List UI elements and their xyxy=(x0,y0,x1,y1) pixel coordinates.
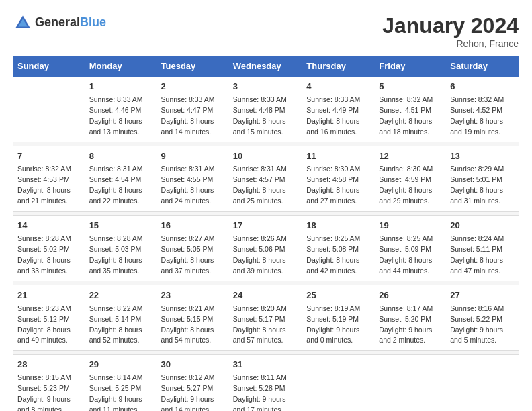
day-info: Sunrise: 8:31 AMSunset: 4:55 PMDaylight:… xyxy=(161,165,215,205)
day-number: 11 xyxy=(306,150,371,163)
day-cell: 12Sunrise: 8:30 AMSunset: 4:59 PMDayligh… xyxy=(375,146,446,212)
day-info: Sunrise: 8:31 AMSunset: 4:57 PMDaylight:… xyxy=(233,165,287,205)
day-cell xyxy=(375,355,446,411)
day-info: Sunrise: 8:33 AMSunset: 4:49 PMDaylight:… xyxy=(306,95,360,136)
day-number: 17 xyxy=(233,220,299,232)
day-number: 13 xyxy=(450,150,515,163)
day-cell: 20Sunrise: 8:24 AMSunset: 5:11 PMDayligh… xyxy=(446,216,519,281)
logo-icon xyxy=(13,13,32,32)
day-cell: 17Sunrise: 8:26 AMSunset: 5:06 PMDayligh… xyxy=(229,216,303,281)
day-number: 28 xyxy=(17,359,81,371)
week-row-5: 28Sunrise: 8:15 AMSunset: 5:23 PMDayligh… xyxy=(13,355,519,411)
day-number: 30 xyxy=(161,359,225,371)
week-row-1: 1Sunrise: 8:33 AMSunset: 4:46 PMDaylight… xyxy=(13,77,519,142)
page-title: January 2024 xyxy=(382,13,519,38)
day-number: 4 xyxy=(306,81,371,93)
day-info: Sunrise: 8:16 AMSunset: 5:22 PMDaylight:… xyxy=(450,304,504,345)
day-info: Sunrise: 8:21 AMSunset: 5:15 PMDaylight:… xyxy=(161,304,215,345)
day-info: Sunrise: 8:15 AMSunset: 5:23 PMDaylight:… xyxy=(17,373,71,411)
page-location: Rehon, France xyxy=(382,38,519,49)
day-number: 15 xyxy=(89,220,153,232)
day-info: Sunrise: 8:28 AMSunset: 5:02 PMDaylight:… xyxy=(17,234,71,275)
day-cell: 24Sunrise: 8:20 AMSunset: 5:17 PMDayligh… xyxy=(229,285,303,351)
day-info: Sunrise: 8:32 AMSunset: 4:53 PMDaylight:… xyxy=(17,165,71,205)
day-number: 26 xyxy=(379,289,442,302)
day-info: Sunrise: 8:14 AMSunset: 5:25 PMDaylight:… xyxy=(89,373,143,411)
day-cell: 25Sunrise: 8:19 AMSunset: 5:19 PMDayligh… xyxy=(302,285,375,351)
logo-general: GeneralBlue xyxy=(35,16,106,30)
day-number: 5 xyxy=(379,81,442,93)
day-info: Sunrise: 8:29 AMSunset: 5:01 PMDaylight:… xyxy=(450,165,504,205)
day-cell: 19Sunrise: 8:25 AMSunset: 5:09 PMDayligh… xyxy=(375,216,446,281)
col-tuesday: Tuesday xyxy=(157,56,229,77)
col-saturday: Saturday xyxy=(446,56,519,77)
day-cell: 10Sunrise: 8:31 AMSunset: 4:57 PMDayligh… xyxy=(229,146,303,212)
day-info: Sunrise: 8:22 AMSunset: 5:14 PMDaylight:… xyxy=(89,304,143,345)
day-cell: 13Sunrise: 8:29 AMSunset: 5:01 PMDayligh… xyxy=(446,146,519,212)
col-monday: Monday xyxy=(85,56,157,77)
day-number: 31 xyxy=(233,359,299,371)
day-number: 27 xyxy=(450,289,515,302)
col-sunday: Sunday xyxy=(13,56,85,77)
day-info: Sunrise: 8:32 AMSunset: 4:51 PMDaylight:… xyxy=(379,95,433,136)
day-number: 19 xyxy=(379,220,442,232)
day-cell: 22Sunrise: 8:22 AMSunset: 5:14 PMDayligh… xyxy=(85,285,157,351)
day-cell: 7Sunrise: 8:32 AMSunset: 4:53 PMDaylight… xyxy=(13,146,85,212)
day-info: Sunrise: 8:30 AMSunset: 4:58 PMDaylight:… xyxy=(306,165,360,205)
day-info: Sunrise: 8:33 AMSunset: 4:48 PMDaylight:… xyxy=(233,95,287,136)
day-info: Sunrise: 8:28 AMSunset: 5:03 PMDaylight:… xyxy=(89,234,143,275)
day-info: Sunrise: 8:30 AMSunset: 4:59 PMDaylight:… xyxy=(379,165,433,205)
day-info: Sunrise: 8:24 AMSunset: 5:11 PMDaylight:… xyxy=(450,234,504,275)
col-thursday: Thursday xyxy=(302,56,375,77)
day-info: Sunrise: 8:26 AMSunset: 5:06 PMDaylight:… xyxy=(233,234,287,275)
day-info: Sunrise: 8:20 AMSunset: 5:17 PMDaylight:… xyxy=(233,304,287,345)
day-cell: 4Sunrise: 8:33 AMSunset: 4:49 PMDaylight… xyxy=(302,77,375,142)
day-cell: 3Sunrise: 8:33 AMSunset: 4:48 PMDaylight… xyxy=(229,77,303,142)
day-info: Sunrise: 8:33 AMSunset: 4:47 PMDaylight:… xyxy=(161,95,215,136)
day-info: Sunrise: 8:11 AMSunset: 5:28 PMDaylight:… xyxy=(233,373,287,411)
day-number: 3 xyxy=(233,81,299,93)
col-wednesday: Wednesday xyxy=(229,56,303,77)
day-cell: 2Sunrise: 8:33 AMSunset: 4:47 PMDaylight… xyxy=(157,77,229,142)
day-number: 12 xyxy=(379,150,442,163)
day-number: 10 xyxy=(233,150,299,163)
day-number: 25 xyxy=(306,289,371,302)
calendar-table: Sunday Monday Tuesday Wednesday Thursday… xyxy=(13,56,519,411)
day-cell: 31Sunrise: 8:11 AMSunset: 5:28 PMDayligh… xyxy=(229,355,303,411)
day-number: 21 xyxy=(17,289,81,302)
day-info: Sunrise: 8:25 AMSunset: 5:08 PMDaylight:… xyxy=(306,234,360,275)
day-cell: 29Sunrise: 8:14 AMSunset: 5:25 PMDayligh… xyxy=(85,355,157,411)
day-cell: 9Sunrise: 8:31 AMSunset: 4:55 PMDaylight… xyxy=(157,146,229,212)
logo: GeneralBlue xyxy=(13,13,106,32)
col-friday: Friday xyxy=(375,56,446,77)
day-number: 29 xyxy=(89,359,153,371)
day-cell: 23Sunrise: 8:21 AMSunset: 5:15 PMDayligh… xyxy=(157,285,229,351)
day-number: 20 xyxy=(450,220,515,232)
day-cell: 11Sunrise: 8:30 AMSunset: 4:58 PMDayligh… xyxy=(302,146,375,212)
calendar-header-row: Sunday Monday Tuesday Wednesday Thursday… xyxy=(13,56,519,77)
day-cell: 21Sunrise: 8:23 AMSunset: 5:12 PMDayligh… xyxy=(13,285,85,351)
day-number: 24 xyxy=(233,289,299,302)
day-cell: 1Sunrise: 8:33 AMSunset: 4:46 PMDaylight… xyxy=(85,77,157,142)
day-cell: 27Sunrise: 8:16 AMSunset: 5:22 PMDayligh… xyxy=(446,285,519,351)
day-number: 8 xyxy=(89,150,153,163)
day-number: 18 xyxy=(306,220,371,232)
day-info: Sunrise: 8:19 AMSunset: 5:19 PMDaylight:… xyxy=(306,304,360,345)
day-cell: 18Sunrise: 8:25 AMSunset: 5:08 PMDayligh… xyxy=(302,216,375,281)
day-info: Sunrise: 8:17 AMSunset: 5:20 PMDaylight:… xyxy=(379,304,433,345)
day-cell xyxy=(302,355,375,411)
day-cell: 8Sunrise: 8:31 AMSunset: 4:54 PMDaylight… xyxy=(85,146,157,212)
day-number: 16 xyxy=(161,220,225,232)
day-cell: 16Sunrise: 8:27 AMSunset: 5:05 PMDayligh… xyxy=(157,216,229,281)
day-cell: 5Sunrise: 8:32 AMSunset: 4:51 PMDaylight… xyxy=(375,77,446,142)
day-number: 14 xyxy=(17,220,81,232)
title-block: January 2024 Rehon, France xyxy=(382,13,519,49)
day-number: 6 xyxy=(450,81,515,93)
day-number: 23 xyxy=(161,289,225,302)
day-cell: 14Sunrise: 8:28 AMSunset: 5:02 PMDayligh… xyxy=(13,216,85,281)
week-row-4: 21Sunrise: 8:23 AMSunset: 5:12 PMDayligh… xyxy=(13,285,519,351)
day-cell: 28Sunrise: 8:15 AMSunset: 5:23 PMDayligh… xyxy=(13,355,85,411)
week-row-3: 14Sunrise: 8:28 AMSunset: 5:02 PMDayligh… xyxy=(13,216,519,281)
day-cell xyxy=(446,355,519,411)
day-info: Sunrise: 8:33 AMSunset: 4:46 PMDaylight:… xyxy=(89,95,143,136)
